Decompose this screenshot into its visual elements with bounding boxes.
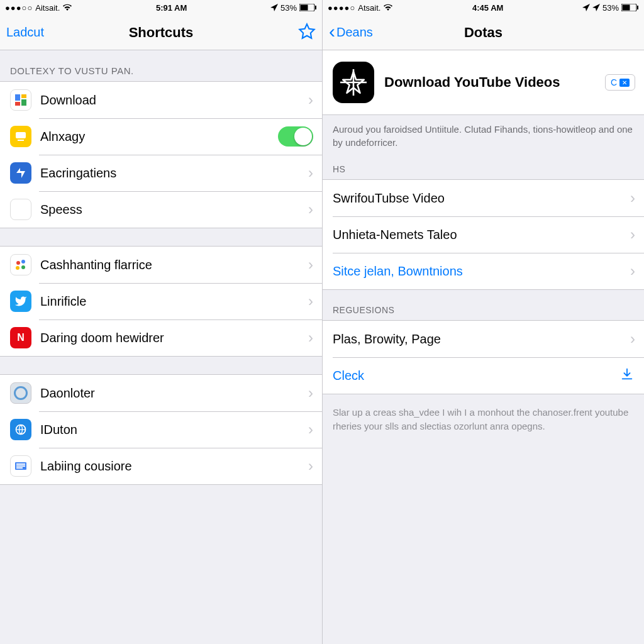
location-icon [270, 4, 278, 11]
chevron-right-icon: › [630, 262, 635, 280]
row-label: Labiing cousiore [40, 459, 308, 474]
svg-rect-2 [315, 6, 316, 9]
svg-point-10 [21, 260, 25, 264]
chevron-right-icon: › [308, 256, 313, 274]
location-icon [592, 4, 600, 11]
row-label: Daonloter [40, 386, 308, 401]
wifi-icon [383, 4, 393, 11]
nav-bar: Ladcut Shortcuts [0, 15, 322, 50]
list-section-2: Cashhanting flarrice › Linrificle › N Da… [0, 246, 322, 357]
row-label: Speess [40, 203, 308, 217]
svg-rect-15 [16, 464, 25, 465]
svg-rect-5 [21, 99, 26, 106]
wifi-icon [62, 4, 72, 11]
battery-percent: 53% [280, 3, 297, 13]
row-label: Cashhanting flarrice [40, 258, 308, 272]
detail-header: Download YouTube Videos C ✕ [323, 50, 644, 115]
row-sitce[interactable]: Sitce jelan, Bowntnions › [323, 253, 644, 289]
row-speess[interactable]: N Speess › [0, 191, 322, 228]
status-bar: ●●●●○ Atsait. 4:45 AM 53% [323, 0, 644, 15]
shortcut-icon [333, 62, 374, 103]
row-plas[interactable]: Plas, Browity, Page › [323, 321, 644, 357]
app-icon [10, 419, 31, 440]
chevron-right-icon: › [630, 226, 635, 243]
nav-title: Shortcuts [129, 25, 194, 41]
chevron-right-icon: › [308, 91, 313, 109]
status-right: 53% [270, 3, 317, 13]
battery-percent: 53% [602, 3, 619, 13]
status-bar: ●●●○○ Aitsait. 5:91 AM 53% [0, 0, 322, 15]
svg-point-11 [16, 266, 19, 270]
nav-back-button[interactable]: ‹ Deans [329, 25, 379, 41]
row-alnxagy[interactable]: Alnxagy [0, 118, 322, 155]
chevron-right-icon: › [308, 292, 313, 310]
svg-point-12 [21, 265, 25, 269]
download-icon [620, 367, 634, 384]
row-label: Download [40, 93, 308, 108]
row-label: Cleck [333, 369, 620, 383]
row-daring[interactable]: N Daring doom hewidrer › [0, 319, 322, 356]
row-cashhanting[interactable]: Cashhanting flarrice › [0, 247, 322, 283]
row-swrifoutubse[interactable]: SwrifouTubse Video › [323, 180, 644, 216]
svg-rect-4 [21, 94, 26, 98]
status-right: 53% [582, 3, 639, 13]
signal-dots-icon: ●●●○○ [5, 3, 33, 13]
carrier-label: Aitsait. [35, 3, 60, 13]
nav-back-label: Ladcut [6, 25, 44, 40]
app-icon [10, 455, 31, 477]
battery-icon [621, 4, 639, 11]
row-download[interactable]: Download › [0, 82, 322, 118]
row-cleck[interactable]: Cleck [323, 357, 644, 394]
nav-title: Dotas [464, 25, 502, 41]
app-icon [10, 291, 31, 312]
carrier-label: Atsait. [358, 3, 380, 13]
status-left: ●●●●○ Atsait. [328, 3, 393, 13]
battery-icon [299, 4, 317, 11]
row-label: Eacringatiens [40, 166, 308, 180]
footer-note: Slar up a creas sha_vdee I wih I a monho… [323, 394, 644, 445]
status-time: 5:91 AM [156, 3, 187, 13]
row-label: Sitce jelan, Bowntnions [333, 264, 630, 279]
row-labiing[interactable]: Labiing cousiore › [0, 448, 322, 484]
row-daonloter[interactable]: Daonloter › [0, 375, 322, 411]
row-label: Unhieta-Nemets Taleo [333, 228, 630, 242]
svg-rect-7 [16, 132, 26, 138]
list-section-1: Download › Alnxagy Eacringatiens › N Spe… [0, 81, 322, 228]
svg-rect-16 [16, 465, 25, 467]
status-left: ●●●○○ Aitsait. [5, 3, 72, 13]
location-icon [582, 4, 590, 11]
row-linrificle[interactable]: Linrificle › [0, 283, 322, 319]
svg-rect-3 [15, 94, 20, 101]
svg-point-9 [16, 261, 20, 265]
app-icon [10, 254, 31, 275]
svg-rect-19 [622, 5, 630, 11]
favorite-button[interactable] [298, 23, 316, 43]
section-header-req: REGUESIONS [323, 290, 644, 320]
detail-description: Auroud you faroidsed Untiitule. Clutad F… [323, 115, 644, 149]
nav-back-button[interactable]: Ladcut [6, 25, 57, 40]
chevron-right-icon: › [308, 164, 313, 182]
row-iduton[interactable]: IDuton › [0, 411, 322, 448]
action-pill[interactable]: C ✕ [605, 74, 635, 91]
app-icon [10, 162, 31, 184]
app-icon: N [10, 199, 31, 220]
svg-rect-8 [18, 140, 24, 141]
chevron-right-icon: › [308, 421, 313, 438]
right-phone: ●●●●○ Atsait. 4:45 AM 53% ‹ Deans Dotas [322, 0, 644, 644]
row-unhieta[interactable]: Unhieta-Nemets Taleo › [323, 216, 644, 253]
chevron-right-icon: › [630, 330, 635, 348]
nav-bar: ‹ Deans Dotas [323, 15, 644, 50]
toggle-switch[interactable] [278, 126, 313, 147]
list-section-3: Daonloter › IDuton › Labiing cousiore › [0, 374, 322, 485]
section-header: DOLTEXY TO VUSTU PAN. [0, 50, 322, 81]
row-eacringatiens[interactable]: Eacringatiens › [0, 155, 322, 191]
pill-label: C [611, 77, 617, 87]
chevron-left-icon: ‹ [329, 22, 335, 41]
row-label: Plas, Browity, Page [333, 332, 630, 347]
section-header-hs: HS [323, 149, 644, 179]
row-label: SwrifouTubse Video [333, 191, 630, 206]
chevron-right-icon: › [308, 457, 313, 475]
chevron-right-icon: › [630, 189, 635, 207]
detail-title: Download YouTube Videos [384, 74, 595, 91]
left-phone: ●●●○○ Aitsait. 5:91 AM 53% Ladcut Shortc… [0, 0, 322, 644]
